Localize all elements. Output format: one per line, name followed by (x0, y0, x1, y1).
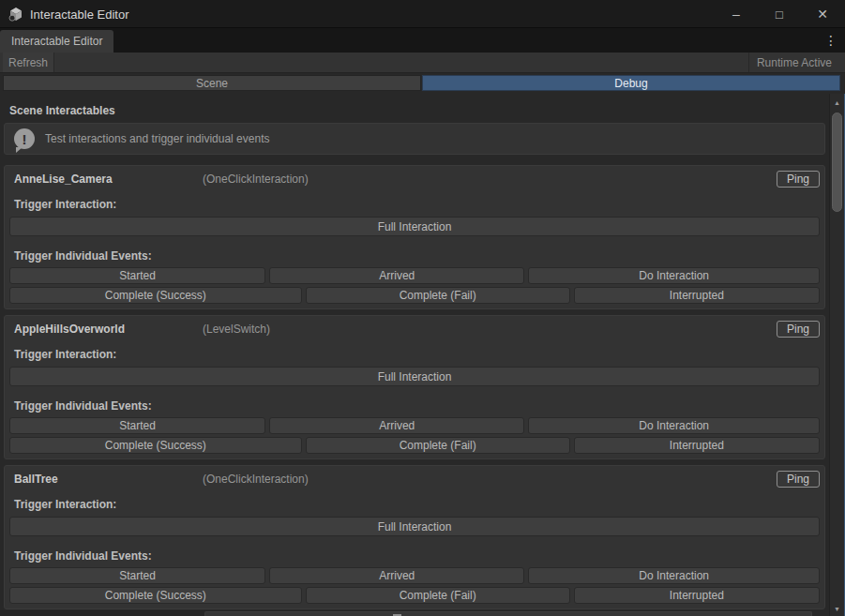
do-interaction-button[interactable]: Do Interaction (528, 567, 820, 584)
arrived-button[interactable]: Arrived (269, 267, 524, 284)
editor-tab-bar: Interactable Editor ⋮ (0, 28, 845, 53)
arrived-button[interactable]: Arrived (269, 567, 524, 584)
interactable-type: (LevelSwitch) (203, 323, 777, 336)
scroll-down-icon[interactable]: ▼ (830, 603, 844, 614)
complete-success-button[interactable]: Complete (Success) (9, 587, 302, 604)
interrupted-button[interactable]: Interrupted (574, 437, 820, 454)
trigger-individual-events-label: Trigger Individual Events: (14, 400, 820, 413)
vertical-scrollbar[interactable]: ▲ ▼ (829, 94, 845, 616)
started-button[interactable]: Started (9, 267, 265, 284)
do-interaction-button[interactable]: Do Interaction (528, 417, 820, 434)
trigger-interaction-label: Trigger Interaction: (14, 199, 820, 211)
interrupted-button[interactable]: Interrupted (574, 287, 820, 304)
interactable-section: BallTree (OneClickInteraction) Ping Trig… (4, 465, 825, 609)
started-button[interactable]: Started (9, 567, 265, 584)
event-button-row: Complete (Success) Complete (Fail) Inter… (9, 437, 820, 454)
partially-visible-next-section (204, 611, 812, 616)
interrupted-button[interactable]: Interrupted (574, 587, 820, 604)
info-icon: ! (14, 128, 35, 149)
full-interaction-button[interactable]: Full Interaction (9, 517, 820, 536)
complete-fail-button[interactable]: Complete (Fail) (306, 587, 570, 604)
window-titlebar: Interactable Editor – □ ✕ (0, 0, 845, 28)
started-button[interactable]: Started (9, 417, 265, 434)
section-header: AppleHillsOverworld (LevelSwitch) Ping (9, 321, 820, 338)
event-button-row: Complete (Success) Complete (Fail) Inter… (9, 587, 820, 604)
toolbar: Refresh Runtime Active (0, 53, 845, 73)
trigger-individual-events-label: Trigger Individual Events: (14, 550, 820, 563)
help-box: ! Test interactions and trigger individu… (4, 123, 825, 155)
kebab-menu-icon[interactable]: ⋮ (823, 28, 838, 53)
refresh-button[interactable]: Refresh (3, 53, 54, 72)
page-title: Scene Interactables (9, 104, 829, 117)
event-button-row: Started Arrived Do Interaction (9, 267, 820, 284)
trigger-interaction-label: Trigger Interaction: (14, 349, 820, 361)
minimize-icon[interactable]: – (721, 0, 751, 28)
scrollbar-thumb[interactable] (832, 113, 842, 212)
interactable-name: BallTree (14, 473, 203, 486)
runtime-active-toggle[interactable]: Runtime Active (748, 53, 839, 72)
interactable-section: AppleHillsOverworld (LevelSwitch) Ping T… (4, 315, 825, 459)
complete-fail-button[interactable]: Complete (Fail) (306, 437, 570, 454)
complete-success-button[interactable]: Complete (Success) (9, 287, 302, 304)
interactable-name: AnneLise_Camera (14, 173, 203, 186)
tab-debug[interactable]: Debug (422, 75, 840, 91)
close-icon[interactable]: ✕ (807, 0, 837, 28)
full-interaction-button[interactable]: Full Interaction (9, 367, 820, 386)
trigger-interaction-label: Trigger Interaction: (14, 499, 820, 511)
view-mode-toggle: Scene Debug (3, 75, 840, 91)
help-text: Test interactions and trigger individual… (45, 132, 269, 145)
full-interaction-button[interactable]: Full Interaction (9, 217, 820, 236)
tab-scene[interactable]: Scene (3, 75, 421, 91)
interactable-section: AnneLise_Camera (OneClickInteraction) Pi… (4, 165, 825, 309)
trigger-individual-events-label: Trigger Individual Events: (14, 250, 820, 263)
section-header: AnneLise_Camera (OneClickInteraction) Pi… (9, 171, 820, 188)
do-interaction-button[interactable]: Do Interaction (528, 267, 820, 284)
event-button-row: Complete (Success) Complete (Fail) Inter… (9, 287, 820, 304)
window-title: Interactable Editor (30, 0, 129, 28)
content-area: Scene Interactables ! Test interactions … (0, 94, 829, 616)
ping-button[interactable]: Ping (777, 321, 820, 338)
section-header: BallTree (OneClickInteraction) Ping (9, 471, 820, 488)
interactable-name: AppleHillsOverworld (14, 323, 203, 336)
complete-fail-button[interactable]: Complete (Fail) (306, 287, 570, 304)
maximize-icon[interactable]: □ (764, 0, 794, 28)
unity-cube-icon (8, 7, 23, 22)
scroll-up-icon[interactable]: ▲ (830, 97, 844, 108)
event-button-row: Started Arrived Do Interaction (9, 567, 820, 584)
interactable-type: (OneClickInteraction) (203, 473, 777, 486)
arrived-button[interactable]: Arrived (269, 417, 524, 434)
interactable-type: (OneClickInteraction) (203, 173, 777, 186)
tab-interactable-editor[interactable]: Interactable Editor (0, 30, 113, 53)
ping-button[interactable]: Ping (777, 171, 820, 188)
complete-success-button[interactable]: Complete (Success) (9, 437, 302, 454)
ping-button[interactable]: Ping (777, 471, 820, 488)
event-button-row: Started Arrived Do Interaction (9, 417, 820, 434)
